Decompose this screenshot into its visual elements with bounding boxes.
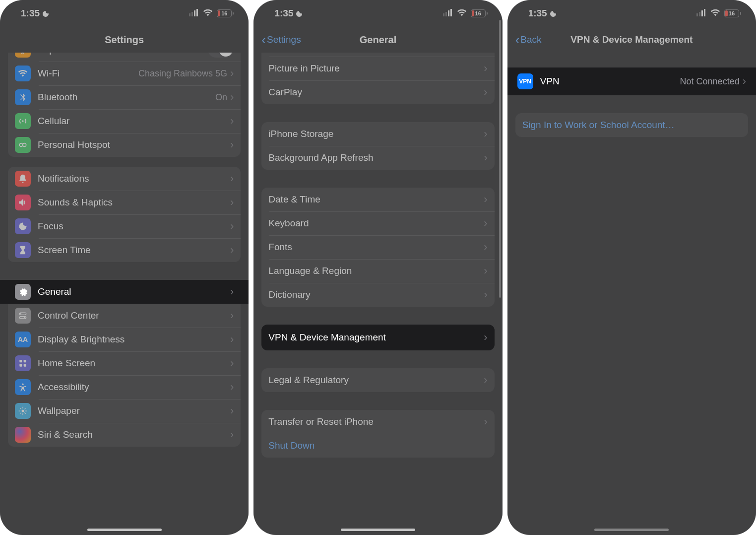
general-row-vpn[interactable]: VPN & Device Management ›	[261, 325, 494, 350]
back-button[interactable]: ‹Back	[515, 33, 542, 46]
row-label: Notifications	[38, 173, 230, 184]
vpn-list[interactable]: VPN VPN Not Connected › Sign In to Work …	[507, 53, 756, 535]
general-row-datetime[interactable]: Date & Time ›	[261, 188, 494, 211]
settings-row-controlcenter[interactable]: Control Center ›	[8, 304, 241, 328]
settings-row-wifi[interactable]: Wi-Fi Chasing Rainbows 5G ›	[8, 62, 241, 85]
chevron-right-icon: ›	[484, 217, 487, 230]
settings-row-general-highlight: General ›	[0, 280, 249, 304]
settings-row-bluetooth[interactable]: Bluetooth On ›	[8, 85, 241, 109]
settings-row-focus[interactable]: Focus ›	[8, 214, 241, 238]
chevron-right-icon: ›	[230, 67, 234, 80]
scrollbar[interactable]	[499, 20, 501, 298]
row-label: Airplane Mode	[38, 53, 208, 55]
settings-row-screentime[interactable]: Screen Time ›	[8, 238, 241, 262]
general-row-shutdown[interactable]: Shut Down	[261, 434, 494, 458]
chevron-right-icon: ›	[484, 151, 487, 164]
settings-row-notifications[interactable]: Notifications ›	[8, 167, 241, 191]
general-row-storage[interactable]: iPhone Storage ›	[261, 122, 494, 146]
row-label: VPN & Device Management	[268, 332, 484, 343]
chevron-right-icon: ›	[230, 115, 234, 128]
row-label: Dictionary	[268, 289, 484, 300]
row-detail: Not Connected	[680, 76, 740, 87]
battery-indicator: 16	[217, 9, 234, 17]
svg-rect-3	[196, 9, 198, 16]
vpn-icon: VPN	[517, 73, 533, 89]
row-label: CarPlay	[268, 87, 484, 98]
panel-settings: 1:35 16 Settings Airplane Mode	[0, 0, 249, 535]
wifi-icon	[710, 8, 720, 19]
chevron-right-icon: ›	[484, 62, 487, 75]
chevron-right-icon: ›	[484, 415, 487, 428]
chevron-right-icon: ›	[230, 404, 234, 417]
settings-row-display[interactable]: AA Display & Brightness ›	[8, 328, 241, 351]
settings-list[interactable]: Airplane Mode Wi-Fi Chasing Rainbows 5G …	[0, 53, 249, 535]
settings-row-siri[interactable]: Siri & Search ›	[8, 423, 241, 447]
general-row-fonts[interactable]: Fonts ›	[261, 235, 494, 259]
svg-point-16	[22, 410, 24, 412]
general-row-legal[interactable]: Legal & Regulatory ›	[261, 368, 494, 392]
chevron-left-icon: ‹	[261, 33, 266, 46]
general-row-bgrefresh[interactable]: Background App Refresh ›	[261, 146, 494, 170]
signin-row[interactable]: Sign In to Work or School Account…	[515, 113, 748, 137]
chevron-right-icon: ›	[230, 196, 234, 209]
status-bar: 1:35 16	[507, 0, 756, 27]
page-title: Settings	[105, 34, 144, 46]
row-label: Background App Refresh	[268, 152, 484, 163]
svg-rect-21	[696, 13, 698, 16]
row-label: Legal & Regulatory	[268, 375, 484, 386]
svg-point-15	[22, 384, 23, 385]
settings-row-wallpaper[interactable]: Wallpaper ›	[8, 399, 241, 423]
back-button[interactable]: ‹Settings	[261, 33, 301, 46]
settings-row-accessibility[interactable]: Accessibility ›	[8, 375, 241, 399]
general-row-vpn-highlight: VPN & Device Management ›	[261, 325, 494, 350]
chevron-right-icon: ›	[484, 128, 487, 140]
general-list[interactable]: Picture in Picture › CarPlay › iPhone St…	[253, 53, 502, 535]
settings-row-hotspot[interactable]: Personal Hotspot ›	[8, 133, 241, 157]
general-row[interactable]	[261, 53, 494, 57]
chevron-right-icon: ›	[230, 244, 234, 257]
gear-icon	[15, 284, 31, 300]
general-row-transfer[interactable]: Transfer or Reset iPhone ›	[261, 410, 494, 434]
row-label: Accessibility	[38, 382, 230, 393]
row-label: Language & Region	[268, 266, 484, 276]
vpn-row[interactable]: VPN VPN Not Connected ›	[507, 67, 756, 95]
row-label: Personal Hotspot	[38, 139, 230, 150]
row-label: iPhone Storage	[268, 129, 484, 139]
general-row-language[interactable]: Language & Region ›	[261, 259, 494, 283]
battery-indicator: 16	[724, 9, 741, 17]
chevron-right-icon: ›	[230, 138, 234, 151]
svg-rect-24	[704, 9, 705, 16]
settings-row-cellular[interactable]: Cellular ›	[8, 109, 241, 133]
airplane-toggle[interactable]	[208, 53, 234, 58]
row-label: Keyboard	[268, 218, 484, 229]
home-indicator[interactable]	[87, 529, 162, 531]
settings-row-airplane[interactable]: Airplane Mode	[8, 53, 241, 62]
chevron-right-icon: ›	[230, 285, 234, 298]
general-row-carplay[interactable]: CarPlay ›	[261, 80, 494, 104]
nav-bar: Settings	[0, 27, 249, 53]
settings-row-homescreen[interactable]: Home Screen ›	[8, 351, 241, 375]
home-indicator[interactable]	[594, 529, 669, 531]
cellular-icon	[15, 113, 31, 129]
svg-point-5	[19, 143, 23, 147]
do-not-disturb-icon	[42, 9, 50, 17]
chevron-right-icon: ›	[230, 220, 234, 233]
status-time: 1:35	[274, 8, 293, 19]
signin-label: Sign In to Work or School Account…	[522, 120, 741, 131]
settings-row-general[interactable]: General ›	[0, 280, 249, 304]
settings-row-sounds[interactable]: Sounds & Haptics ›	[8, 191, 241, 214]
wifi-icon	[457, 8, 467, 19]
general-row-keyboard[interactable]: Keyboard ›	[261, 211, 494, 235]
row-label: Date & Time	[268, 194, 484, 205]
status-time: 1:35	[528, 8, 547, 19]
svg-rect-12	[24, 360, 26, 362]
chevron-right-icon: ›	[743, 75, 746, 88]
wallpaper-icon	[15, 403, 31, 419]
cellular-signal-icon	[189, 8, 199, 19]
chevron-right-icon: ›	[230, 172, 234, 185]
general-row-dictionary[interactable]: Dictionary ›	[261, 283, 494, 307]
hotspot-icon	[15, 137, 31, 153]
home-indicator[interactable]	[341, 529, 415, 531]
general-row-pip[interactable]: Picture in Picture ›	[261, 57, 494, 80]
chevron-right-icon: ›	[230, 428, 234, 441]
